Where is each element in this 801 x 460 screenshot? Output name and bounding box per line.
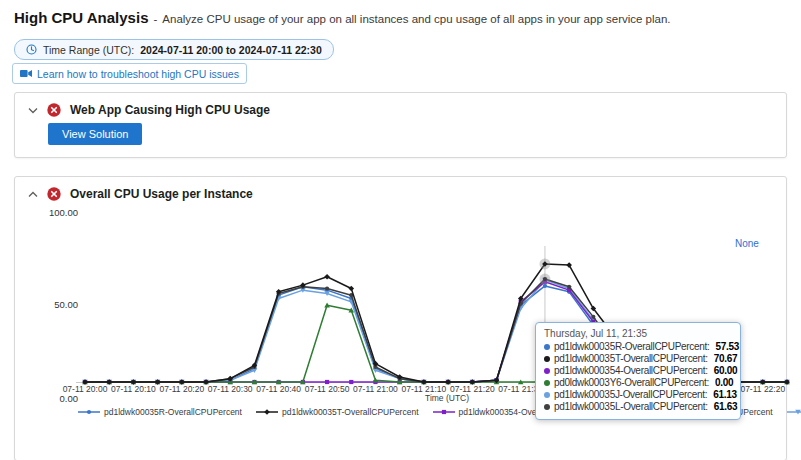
series-marker — [543, 277, 547, 281]
tooltip-series-name: pd0ldwk0003Y6-OverallCPUPercent: — [554, 377, 709, 389]
tooltip-series-name: pd1ldwk00035R-OverallCPUPercent: — [554, 341, 709, 353]
tooltip-series-value: 60.00 — [714, 365, 738, 377]
series-marker — [567, 285, 571, 289]
series-color-dot — [544, 404, 550, 410]
series-marker — [348, 286, 354, 292]
legend-symbol — [441, 410, 445, 414]
y-tick-label: 0.00 — [30, 393, 78, 404]
legend-item-4[interactable]: pd1ldwk00035J-OverallCPUPercent — [787, 407, 801, 417]
legend-label: pd1ldwk00035R-OverallCPUPercent — [104, 407, 242, 417]
tooltip-series-value: 57.53 — [715, 341, 739, 353]
tooltip-series-value: 0.00 — [715, 377, 733, 389]
series-marker — [324, 274, 330, 280]
legend-marker-icon — [256, 407, 278, 417]
tooltip-title: Thursday, Jul 11, 21:35 — [544, 328, 732, 339]
chart-tooltip: Thursday, Jul 11, 21:35 pd1ldwk00035R-Ov… — [535, 322, 741, 420]
series-color-dot — [544, 392, 550, 398]
legend-marker-icon — [78, 407, 100, 417]
tooltip-series-name: pd1ldwk000354-OverallCPUPercent: — [554, 365, 708, 377]
series-color-dot — [544, 368, 550, 374]
tooltip-row: pd1ldwk000354-OverallCPUPercent:60.00 — [544, 365, 732, 377]
series-marker — [325, 286, 329, 290]
tooltip-series-name: pd1ldwk00035L-OverallCPUPercent: — [554, 401, 708, 413]
legend-marker-icon — [433, 407, 455, 417]
tooltip-row: pd1ldwk00035L-OverallCPUPercent:61.63 — [544, 401, 732, 413]
tooltip-series-name: pd1ldwk00035T-OverallCPUPercent: — [554, 353, 708, 365]
x-axis-title: Time (UTC) — [425, 393, 469, 403]
tooltip-row: pd1ldwk00035T-OverallCPUPercent:70.67 — [544, 353, 732, 365]
legend-none-link[interactable]: None — [735, 238, 759, 249]
series-color-dot — [544, 356, 550, 362]
tooltip-row: pd0ldwk0003Y6-OverallCPUPercent:0.00 — [544, 377, 732, 389]
series-marker — [566, 262, 572, 268]
high-cpu-analysis-page: High CPU Analysis-Analyze CPU usage of y… — [0, 0, 801, 460]
legend-label: pd1ldwk00035T-OverallCPUPercent — [282, 407, 419, 417]
legend-marker-icon — [787, 407, 801, 417]
series-color-dot — [544, 380, 550, 386]
y-tick-label: 100.00 — [30, 207, 78, 218]
legend-item-0[interactable]: pd1ldwk00035R-OverallCPUPercent — [78, 407, 242, 417]
tooltip-row: pd1ldwk00035J-OverallCPUPercent:61.13 — [544, 389, 732, 401]
series-marker — [591, 315, 595, 319]
tooltip-row: pd1ldwk00035R-OverallCPUPercent:57.53 — [544, 341, 732, 353]
tooltip-series-name: pd1ldwk00035J-OverallCPUPercent: — [554, 389, 707, 401]
tooltip-series-value: 61.63 — [714, 401, 738, 413]
x-tick-label: 07-11 22:20 — [733, 384, 793, 394]
tooltip-series-value: 61.13 — [713, 389, 737, 401]
legend-symbol — [264, 409, 270, 415]
legend-item-1[interactable]: pd1ldwk00035T-OverallCPUPercent — [256, 407, 419, 417]
y-tick-label: 50.00 — [30, 299, 78, 310]
tooltip-series-value: 70.67 — [714, 353, 738, 365]
series-color-dot — [544, 344, 550, 350]
legend-symbol — [87, 410, 91, 414]
